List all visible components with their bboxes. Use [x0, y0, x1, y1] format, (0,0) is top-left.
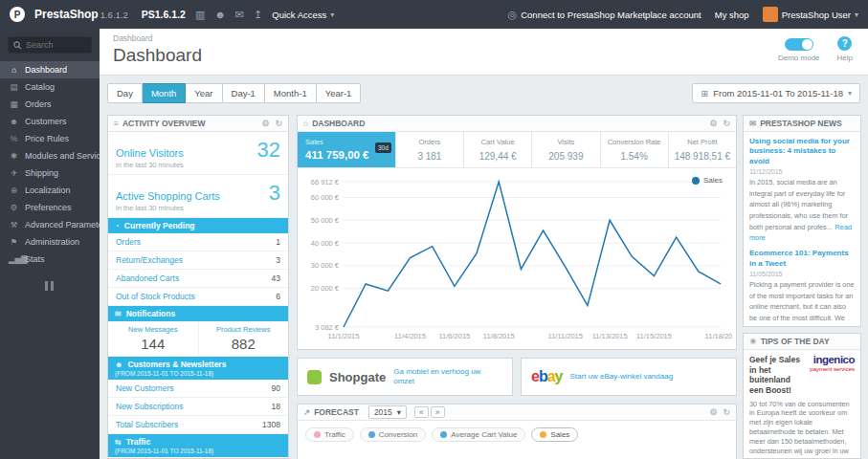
kpi-visits[interactable]: Visits 205 939 — [532, 132, 600, 167]
sidebar-item-price-rules[interactable]: % Price Rules — [0, 130, 100, 147]
next-year-button[interactable]: » — [431, 406, 445, 418]
marketplace-connect-link[interactable]: ◎ Connect to PrestaShop Marketplace acco… — [508, 9, 701, 21]
article-title-link[interactable]: Ecommerce 101: Payments in a Tweet — [749, 249, 855, 269]
app-logo[interactable]: PrestaShop1.6.1.2 — [34, 8, 128, 21]
legend-average-cart-value-button[interactable]: Average Cart Value — [432, 427, 525, 442]
sidebar-item-advanced-parameters[interactable]: ⚒ Advanced Parameters — [0, 216, 100, 233]
sidebar-item-dashboard[interactable]: ⌂ Dashboard — [0, 61, 100, 78]
sidebar-item-catalog[interactable]: ▤ Catalog — [0, 78, 100, 96]
ingenico-logo-text: ingenico — [810, 355, 855, 366]
sidebar-search[interactable] — [8, 36, 92, 54]
customer-icon[interactable]: ☻ — [214, 9, 226, 20]
legend-dot-icon — [692, 177, 700, 185]
kpi-conversion-rate[interactable]: Conversion Rate 1.54% — [601, 132, 669, 167]
modules-icon: ✱ — [9, 151, 19, 161]
search-input[interactable] — [26, 40, 85, 50]
sidebar-item-label: Administration — [25, 237, 79, 247]
row-link[interactable]: New Customers — [116, 383, 173, 393]
row-link[interactable]: Orders — [116, 237, 141, 247]
cell-label: Product Reviews — [201, 325, 287, 334]
legend-sales-button[interactable]: Sales — [531, 427, 578, 442]
refresh-icon[interactable]: ↻ — [275, 119, 282, 128]
shopgate-promo[interactable]: Shopgate Ga mobiel en verhoog uw omzet — [297, 358, 513, 396]
new-messages-cell[interactable]: New Messages 144 — [108, 321, 198, 356]
user-name: PrestaShop User — [782, 10, 851, 20]
stats-icon[interactable]: ↥ — [254, 9, 262, 21]
shopgate-promo-link[interactable]: Ga mobiel en verhoog uw omzet — [393, 367, 502, 385]
demo-mode-toggle[interactable] — [785, 38, 813, 51]
traffic-icon: ⇆ — [115, 438, 122, 447]
help-control: ? Help — [837, 36, 853, 62]
active-carts-subtext: in the last 30 minutes — [116, 204, 280, 212]
forecast-year-select[interactable]: 2015 ▾ — [368, 405, 407, 419]
legend-label: Average Cart Value — [451, 430, 517, 439]
sidebar-item-administration[interactable]: ⚑ Administration — [0, 233, 100, 251]
row-link[interactable]: New Subscriptions — [116, 402, 183, 411]
currently-pending-header: ◔ Currently Pending — [108, 218, 288, 233]
kpi-sales[interactable]: Sales 411 759,00 € 30d — [298, 132, 396, 167]
collapse-sidebar-icon[interactable] — [45, 281, 56, 291]
home-icon: ⌂ — [9, 65, 19, 75]
forecast-legend: Traffic Conversion Average Cart Value Sa… — [298, 421, 736, 448]
range-day-button[interactable]: Day — [107, 83, 143, 103]
gear-icon[interactable]: ⚙ — [261, 119, 269, 128]
cart-value-dot-icon — [440, 431, 447, 438]
sidebar-item-label: Customers — [25, 117, 67, 126]
sidebar-item-stats[interactable]: ▂▅▇ Stats — [0, 251, 100, 268]
ebay-promo[interactable]: ebay Start uw eBay-winkel vandaag — [521, 358, 737, 396]
legend-traffic-button[interactable]: Traffic — [305, 427, 354, 442]
gear-icon[interactable]: ⚙ — [709, 119, 717, 128]
cell-label: New Messages — [110, 325, 196, 334]
ebay-promo-link[interactable]: Start uw eBay-winkel vandaag — [570, 372, 674, 382]
sidebar-item-shipping[interactable]: ✈ Shipping — [0, 164, 100, 182]
refresh-icon[interactable]: ↻ — [723, 407, 730, 417]
active-carts-link[interactable]: Active Shopping Carts — [116, 190, 220, 202]
sidebar-item-customers[interactable]: ☻ Customers — [0, 113, 100, 130]
sales-dot-icon — [540, 431, 546, 438]
kpi-badge: 30d — [375, 142, 391, 153]
sidebar-item-modules[interactable]: ✱ Modules and Services — [0, 147, 100, 164]
gear-icon[interactable]: ⚙ — [709, 407, 717, 417]
kpi-orders[interactable]: Orders 3 181 — [396, 132, 464, 167]
customers-newsletters-header: ☻ Customers & Newsletters (FROM 2015-11-… — [108, 357, 288, 380]
date-range-picker[interactable]: ⊞ From 2015-11-01 To 2015-11-18 ▾ — [692, 83, 860, 103]
chart-legend[interactable]: Sales — [692, 176, 723, 185]
sidebar-item-orders[interactable]: ▦ Orders — [0, 96, 100, 113]
article-title-link[interactable]: Using social media for your business: 4 … — [749, 137, 855, 166]
cart-icon[interactable]: ▥ — [195, 9, 205, 21]
forecast-header: ↗ FORECAST 2015 ▾ « » ⚙ ↻ — [298, 404, 736, 421]
read-more-link[interactable]: Read more — [801, 325, 835, 327]
user-menu[interactable]: PrestaShop User ▾ — [763, 7, 858, 22]
quick-access-menu[interactable]: Quick Access ▾ — [272, 10, 334, 20]
row-link[interactable]: Total Subscribers — [116, 420, 178, 429]
range-month-1-button[interactable]: Month-1 — [265, 83, 317, 103]
shop-name[interactable]: PS1.6.1.2 — [142, 9, 186, 20]
orders-icon: ▦ — [9, 99, 19, 109]
previous-year-button[interactable]: « — [414, 406, 429, 418]
row-link[interactable]: Return/Exchanges — [116, 255, 183, 265]
range-month-button[interactable]: Month — [143, 83, 186, 103]
kpi-net-profit[interactable]: Net Profit 148 918,51 € — [669, 132, 736, 167]
range-day-1-button[interactable]: Day-1 — [223, 83, 265, 103]
sidebar-item-preferences[interactable]: ⚙ Preferences — [0, 199, 100, 216]
breadcrumb[interactable]: Dashboard — [113, 33, 153, 43]
row-link[interactable]: Out of Stock Products — [116, 292, 195, 301]
refresh-icon[interactable]: ↻ — [723, 119, 730, 128]
shipping-icon: ✈ — [9, 168, 19, 178]
help-icon[interactable]: ? — [837, 36, 852, 51]
online-visitors-link[interactable]: Online Visitors — [116, 147, 184, 159]
new-customers-row: New Customers 90 — [108, 380, 288, 398]
calendar-icon: ⊞ — [701, 88, 708, 98]
svg-text:60 000 €: 60 000 € — [311, 193, 340, 202]
row-link[interactable]: Abandoned Carts — [116, 273, 179, 283]
kpi-cart-value[interactable]: Cart Value 129,44 € — [464, 132, 532, 167]
legend-conversion-button[interactable]: Conversion — [360, 427, 426, 442]
sidebar-item-localization[interactable]: ⊕ Localization — [0, 182, 100, 199]
my-shop-link[interactable]: My shop — [715, 10, 749, 20]
messages-icon[interactable]: ✉ — [235, 9, 244, 21]
administration-icon: ⚑ — [9, 237, 19, 247]
range-year-button[interactable]: Year — [186, 83, 222, 103]
range-year-1-button[interactable]: Year-1 — [317, 83, 362, 103]
ebay-letter: e — [531, 368, 539, 384]
product-reviews-cell[interactable]: Product Reviews 882 — [198, 321, 289, 356]
